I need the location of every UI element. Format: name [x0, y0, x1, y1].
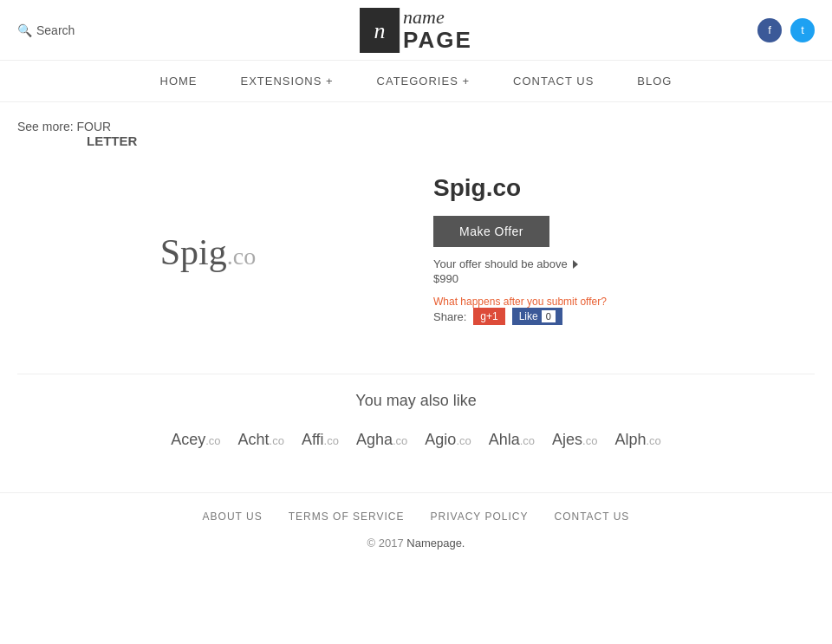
fb-like-count: 0 [542, 310, 556, 322]
logo-icon: n [360, 8, 400, 53]
search-icon: 🔍 [17, 23, 32, 37]
domain-ext: .co [646, 434, 660, 447]
logo-name-text: name [403, 7, 472, 28]
domain-ext: .co [205, 434, 220, 447]
logo-page-text: PAGE [403, 28, 472, 53]
main-nav: HOME EXTENSIONS + CATEGORIES + CONTACT U… [0, 61, 832, 102]
twitter-link[interactable]: t [790, 18, 815, 42]
offer-hint-text: Your offer should be above [433, 257, 568, 270]
main-content: See more: FOUR LETTER Spig.co Spig.co Ma… [0, 102, 832, 492]
also-like-title: You may also like [17, 392, 815, 410]
footer-links: ABOUT US TERMS OF SERVICE PRIVACY POLICY… [0, 511, 832, 523]
domain-ext: .co [456, 434, 471, 447]
facebook-link[interactable]: f [757, 18, 782, 42]
facebook-like-button[interactable]: Like 0 [512, 308, 562, 325]
domain-ext: .co [520, 434, 535, 447]
domain-item[interactable]: Alph.co [614, 431, 660, 449]
domain-ext: .co [324, 434, 339, 447]
product-logo-ext: .co [227, 243, 256, 270]
domain-item[interactable]: Acht.co [238, 431, 284, 449]
see-more-section: See more: FOUR LETTER [17, 120, 815, 148]
fb-like-label: Like [519, 310, 538, 322]
domain-ext: .co [582, 434, 597, 447]
domain-name: Ahla [489, 431, 520, 448]
domain-item[interactable]: Ajes.co [552, 431, 597, 449]
domain-item[interactable]: Affi.co [302, 431, 339, 449]
product-logo-graphic: Spig.co [160, 231, 256, 273]
offer-amount: $990 [433, 272, 815, 285]
header: 🔍 Search n name PAGE f t [0, 0, 832, 61]
offer-hint-arrow-icon [573, 260, 578, 269]
domain-item[interactable]: Ahla.co [489, 431, 535, 449]
copyright-year: © 2017 [367, 537, 404, 550]
facebook-icon: f [768, 23, 771, 36]
also-like-section: You may also like Acey.coAcht.coAffi.coA… [17, 374, 815, 475]
search-area[interactable]: 🔍 Search [17, 23, 75, 37]
footer: ABOUT US TERMS OF SERVICE PRIVACY POLICY… [0, 492, 832, 558]
logo[interactable]: n name PAGE [360, 7, 472, 53]
share-label: Share: [433, 310, 466, 323]
footer-brand[interactable]: Namepage. [406, 537, 465, 550]
nav-item-categories[interactable]: CATEGORIES + [373, 62, 474, 101]
product-logo-name: Spig [160, 232, 227, 272]
footer-link-terms[interactable]: TERMS OF SERVICE [289, 511, 405, 523]
nav-item-blog[interactable]: BLOG [633, 62, 676, 101]
nav-item-extensions[interactable]: EXTENSIONS + [237, 62, 338, 101]
domain-name: Agha [356, 431, 393, 448]
domain-name: Agio [425, 431, 456, 448]
domain-item[interactable]: Acey.co [171, 431, 220, 449]
domain-name: Affi [302, 431, 324, 448]
social-links: f t [757, 18, 815, 42]
footer-copyright: © 2017 Namepage. [0, 537, 832, 550]
product-title: Spig.co [433, 174, 815, 202]
twitter-icon: t [801, 23, 804, 36]
domain-name: Alph [614, 431, 646, 448]
share-row: Share: g+1 Like 0 [433, 308, 815, 325]
product-area: Spig.co Spig.co Make Offer Your offer sh… [17, 166, 815, 339]
offer-hint-row: Your offer should be above [433, 257, 815, 270]
product-logo-display: Spig.co [17, 166, 399, 339]
product-info: Spig.co Make Offer Your offer should be … [433, 166, 815, 325]
see-more-value2: LETTER [87, 133, 815, 148]
svg-text:n: n [374, 17, 386, 42]
footer-link-privacy[interactable]: PRIVACY POLICY [431, 511, 529, 523]
domain-name: Acey [171, 431, 205, 448]
domain-name: Acht [238, 431, 270, 448]
domain-ext: .co [270, 434, 284, 447]
google-plus-button[interactable]: g+1 [473, 308, 504, 325]
footer-link-contact[interactable]: CONTACT US [554, 511, 629, 523]
domain-name: Ajes [552, 431, 582, 448]
domain-item[interactable]: Agha.co [356, 431, 407, 449]
logo-text: name PAGE [403, 7, 472, 53]
see-more-prefix: See more: [17, 120, 74, 133]
domain-item[interactable]: Agio.co [425, 431, 471, 449]
make-offer-button[interactable]: Make Offer [433, 216, 549, 247]
footer-link-about[interactable]: ABOUT US [203, 511, 263, 523]
nav-item-contact[interactable]: CONTACT US [509, 62, 598, 101]
also-like-grid: Acey.coAcht.coAffi.coAgha.coAgio.coAhla.… [17, 431, 815, 449]
search-label: Search [36, 23, 75, 37]
what-happens-link[interactable]: What happens after you submit offer? [433, 296, 607, 308]
domain-ext: .co [393, 434, 407, 447]
gplus-label: g+1 [480, 310, 497, 322]
nav-item-home[interactable]: HOME [156, 62, 202, 101]
see-more-value1-text: FOUR [76, 120, 111, 133]
